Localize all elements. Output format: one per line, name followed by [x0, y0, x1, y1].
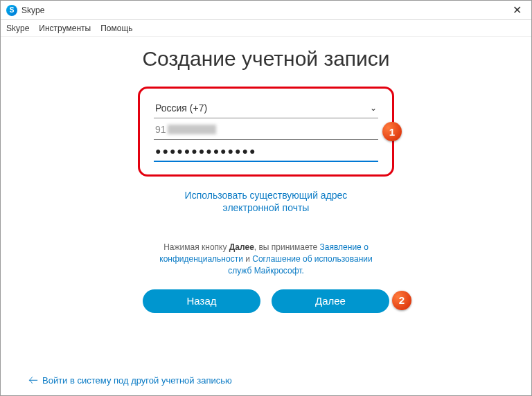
chevron-down-icon: ⌄ [370, 103, 377, 113]
terms-text: Нажимая кнопку Далее, вы принимаете Заяв… [159, 242, 372, 276]
button-row: Назад Далее 2 [143, 289, 389, 313]
use-existing-email-link[interactable]: Использовать существующий адрес электрон… [185, 189, 348, 214]
window-title: Skype [21, 6, 508, 15]
page-heading: Создание учетной записи [142, 46, 389, 71]
skype-icon: S [6, 5, 17, 16]
phone-value-prefix: 91 [155, 124, 166, 135]
password-value-masked: ●●●●●●●●●●●●●● [155, 145, 256, 156]
content-area: Создание учетной записи 1 Россия (+7) ⌄ … [1, 37, 531, 395]
annotation-badge-1: 1 [382, 122, 402, 141]
arrow-left-icon: 🡠 [28, 375, 38, 386]
app-window: S Skype ✕ Skype Инструменты Помощь Созда… [0, 0, 532, 396]
privacy-link-cont[interactable]: конфиденциальности [159, 254, 243, 264]
signup-form-highlight: 1 Россия (+7) ⌄ 91 ●●●●●●●●●●●●●● [138, 87, 394, 177]
switch-account-link[interactable]: 🡠 Войти в систему под другой учетной зап… [28, 375, 232, 386]
phone-value-obscured [168, 125, 216, 134]
menu-help[interactable]: Помощь [100, 24, 132, 33]
use-existing-email-line1: Использовать существующий адрес [185, 190, 348, 201]
phone-input[interactable]: 91 [154, 118, 378, 140]
password-input[interactable]: ●●●●●●●●●●●●●● [154, 140, 378, 162]
annotation-badge-2: 2 [392, 291, 411, 310]
menu-skype[interactable]: Skype [6, 24, 29, 33]
close-icon[interactable]: ✕ [508, 3, 526, 17]
menu-tools[interactable]: Инструменты [39, 24, 91, 33]
back-button[interactable]: Назад [143, 289, 260, 313]
titlebar: S Skype ✕ [1, 1, 531, 20]
next-button[interactable]: Далее [272, 289, 389, 313]
agreement-link-cont[interactable]: служб Майкрософт. [228, 266, 304, 276]
agreement-link[interactable]: Соглашение об использовании [252, 254, 373, 264]
use-existing-email-line2: электронной почты [223, 202, 310, 213]
country-code-value: Россия (+7) [155, 102, 207, 114]
menubar: Skype Инструменты Помощь [1, 20, 531, 37]
switch-account-label: Войти в систему под другой учетной запис… [42, 375, 232, 386]
country-code-select[interactable]: Россия (+7) ⌄ [154, 97, 378, 118]
privacy-link[interactable]: Заявление о [320, 242, 369, 252]
